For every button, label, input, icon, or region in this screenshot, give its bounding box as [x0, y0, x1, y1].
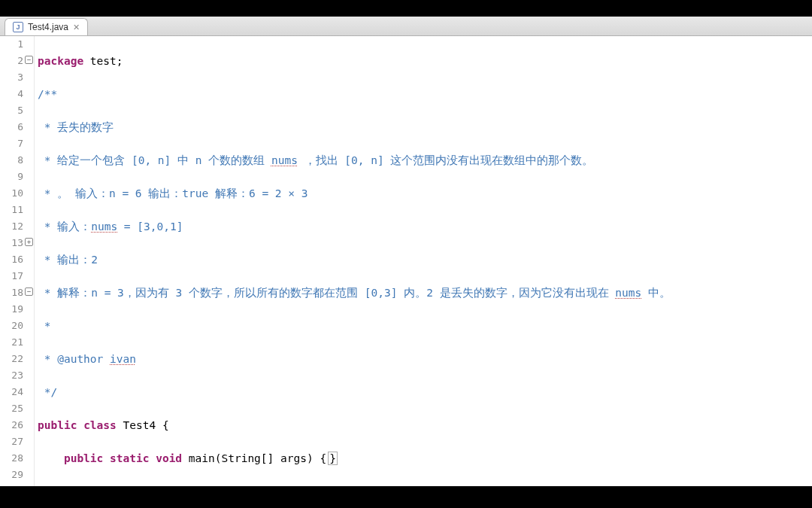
keyword: public — [64, 452, 103, 464]
comment-underlined: nums — [271, 154, 298, 166]
line-number: 1 — [17, 38, 23, 50]
javadoc-tag: @author — [57, 353, 103, 365]
tab-bar: J Test4.java ✕ — [0, 17, 812, 36]
comment: * 丢失的数字 — [38, 121, 114, 133]
close-icon[interactable]: ✕ — [73, 23, 80, 32]
keyword: class — [83, 419, 117, 431]
line-number: 9 — [17, 171, 23, 182]
comment: * 输出：2 — [38, 254, 98, 266]
comment: 中。 — [641, 287, 671, 299]
editor-area: J Test4.java ✕ 1 2− 3 4 5 6 7 8 9 10 11 … — [0, 17, 812, 486]
line-number: 25 — [11, 403, 23, 414]
line-number: 5 — [17, 105, 23, 116]
line-number: 10 — [11, 187, 23, 199]
code-text: Test4 { — [117, 419, 169, 431]
line-number: 2 — [17, 55, 23, 66]
line-number: 19 — [11, 303, 23, 315]
line-number: 23 — [11, 370, 23, 381]
comment — [103, 353, 110, 365]
comment: * 输入： — [38, 221, 91, 233]
line-number: 3 — [17, 71, 23, 83]
line-number: 6 — [17, 121, 23, 132]
line-number: 4 — [17, 88, 23, 99]
line-number: 28 — [11, 452, 23, 464]
comment: /** — [38, 88, 57, 100]
fold-toggle-icon[interactable]: + — [25, 238, 33, 246]
line-gutter: 1 2− 3 4 5 6 7 8 9 10 11 12 13+ 16 17 18… — [0, 36, 35, 486]
java-file-icon: J — [13, 22, 23, 32]
line-number: 29 — [11, 469, 23, 480]
comment: * — [38, 320, 50, 332]
line-number: 26 — [11, 419, 23, 430]
line-number: 24 — [11, 386, 23, 397]
line-number: 11 — [11, 204, 23, 215]
code-text: main(String[] args) { — [182, 452, 326, 464]
comment: = [3,0,1] — [117, 221, 183, 233]
code-text: test; — [83, 55, 123, 67]
line-number: 13 — [11, 237, 23, 248]
line-number: 27 — [11, 436, 23, 447]
comment: */ — [38, 386, 57, 398]
line-number: 8 — [17, 154, 23, 166]
line-number: 17 — [11, 270, 23, 281]
line-number: 20 — [11, 320, 23, 331]
line-number: 12 — [11, 221, 23, 232]
keyword: static — [110, 452, 149, 464]
keyword: void — [156, 452, 182, 464]
line-number: 22 — [11, 353, 23, 364]
author-name: ivan — [110, 353, 136, 365]
line-number: 21 — [11, 336, 23, 348]
tab-filename: Test4.java — [28, 22, 68, 32]
fold-toggle-icon[interactable]: − — [25, 287, 33, 296]
keyword: package — [38, 55, 83, 67]
line-number: 7 — [17, 138, 23, 149]
comment: * 解释：n = 3，因为有 3 个数字，所以所有的数字都在范围 [0,3] 内… — [38, 287, 615, 299]
keyword: public — [38, 419, 77, 431]
line-number: 18 — [11, 287, 23, 298]
comment-underlined: nums — [615, 287, 641, 299]
comment: * — [38, 353, 57, 365]
code-content[interactable]: package test; /** * 丢失的数字 * 给定一个包含 [0, n… — [35, 36, 812, 486]
file-tab[interactable]: J Test4.java ✕ — [5, 18, 88, 35]
comment: ，找出 [0, n] 这个范围内没有出现在数组中的那个数。 — [298, 154, 594, 166]
folded-block-icon[interactable]: } — [328, 452, 338, 465]
code-editor[interactable]: 1 2− 3 4 5 6 7 8 9 10 11 12 13+ 16 17 18… — [0, 36, 812, 486]
comment: * 给定一个包含 [0, n] 中 n 个数的数组 — [38, 154, 271, 166]
line-number: 16 — [11, 254, 23, 265]
fold-toggle-icon[interactable]: − — [25, 56, 33, 64]
comment: * 。 输入：n = 6 输出：true 解释：6 = 2 × 3 — [38, 187, 308, 199]
comment-underlined: nums — [91, 221, 117, 233]
